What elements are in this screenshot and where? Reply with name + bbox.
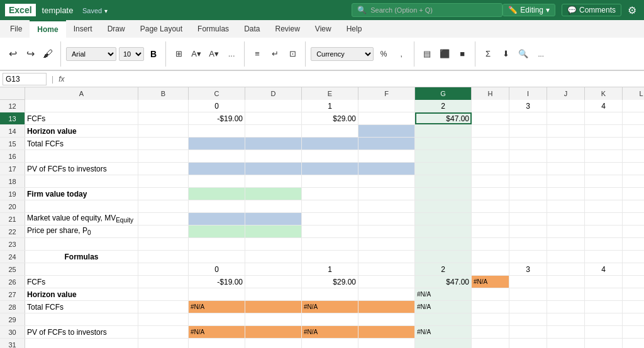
- cell-E20[interactable]: [302, 200, 358, 212]
- cell-I26[interactable]: [509, 276, 547, 288]
- cell-G15[interactable]: [415, 138, 472, 150]
- tab-formulas[interactable]: Formulas: [190, 20, 236, 38]
- cell-B24[interactable]: [138, 251, 189, 263]
- cell-G17[interactable]: [415, 163, 472, 175]
- wrap-button[interactable]: ↵: [267, 40, 282, 68]
- cell-H24[interactable]: [472, 251, 509, 263]
- col-header-K[interactable]: K: [585, 87, 623, 100]
- col-header-D[interactable]: D: [245, 87, 302, 100]
- font-color-button[interactable]: A▾: [206, 40, 221, 68]
- cell-H25[interactable]: [472, 263, 509, 275]
- cell-I31[interactable]: [509, 339, 547, 348]
- tab-review[interactable]: Review: [267, 20, 307, 38]
- cell-C21[interactable]: [189, 213, 245, 225]
- col-header-E[interactable]: E: [302, 87, 358, 100]
- cell-B31[interactable]: [138, 339, 189, 348]
- cell-J28[interactable]: [547, 301, 585, 313]
- styles-button[interactable]: ■: [455, 40, 470, 68]
- cell-G13[interactable]: $47.00: [415, 112, 472, 124]
- cell-A27[interactable]: Horizon value: [25, 288, 138, 300]
- cell-E19[interactable]: [302, 188, 358, 200]
- cell-E23[interactable]: [302, 238, 358, 250]
- cell-H30[interactable]: [472, 326, 509, 338]
- cell-B25[interactable]: [138, 263, 189, 275]
- cell-L17[interactable]: [623, 163, 644, 175]
- cell-A14[interactable]: Horizon value: [25, 125, 138, 137]
- cell-J13[interactable]: [547, 112, 585, 124]
- cell-H12[interactable]: [472, 100, 509, 112]
- fill-button[interactable]: ⬇: [498, 40, 513, 68]
- cell-reference-input[interactable]: [3, 73, 47, 85]
- cell-K21[interactable]: [585, 213, 623, 225]
- cell-E12[interactable]: 1: [302, 100, 358, 112]
- cell-F12[interactable]: [358, 100, 415, 112]
- cell-G24[interactable]: [415, 251, 472, 263]
- col-header-J[interactable]: J: [547, 87, 585, 100]
- fill-color-button[interactable]: A▾: [189, 40, 204, 68]
- cell-A29[interactable]: [25, 313, 138, 325]
- cell-A17[interactable]: PV of FCFs to investors: [25, 163, 138, 175]
- cell-A23[interactable]: [25, 238, 138, 250]
- cell-H29[interactable]: [472, 313, 509, 325]
- cell-I15[interactable]: [509, 138, 547, 150]
- cell-J18[interactable]: [547, 175, 585, 187]
- cell-C17[interactable]: [189, 163, 245, 175]
- cell-L29[interactable]: [623, 313, 644, 325]
- cell-L16[interactable]: [623, 150, 644, 162]
- cell-H17[interactable]: [472, 163, 509, 175]
- editing-button[interactable]: ✏️ Editing ▾: [502, 4, 555, 16]
- cell-I30[interactable]: [509, 326, 547, 338]
- cell-C25[interactable]: 0: [189, 263, 245, 275]
- cell-K31[interactable]: [585, 339, 623, 348]
- cell-I13[interactable]: [509, 112, 547, 124]
- borders-button[interactable]: ⊞: [171, 40, 186, 68]
- cell-F13[interactable]: [358, 112, 415, 124]
- cell-E13[interactable]: $29.00: [302, 112, 358, 124]
- cell-A30[interactable]: PV of FCFs to investors: [25, 326, 138, 338]
- col-header-A[interactable]: A: [25, 87, 138, 100]
- undo-button[interactable]: ↩: [5, 40, 20, 68]
- cell-L28[interactable]: [623, 301, 644, 313]
- cell-E17[interactable]: [302, 163, 358, 175]
- cell-I22[interactable]: [509, 226, 547, 237]
- cell-C14[interactable]: [189, 125, 245, 137]
- cell-G22[interactable]: [415, 226, 472, 237]
- cell-C28[interactable]: #N/A: [189, 301, 245, 313]
- cell-A26[interactable]: FCFs: [25, 276, 138, 288]
- cell-G30[interactable]: #N/A: [415, 326, 472, 338]
- cell-J29[interactable]: [547, 313, 585, 325]
- cell-B22[interactable]: [138, 226, 189, 237]
- cell-G12[interactable]: 2: [415, 100, 472, 112]
- cell-K14[interactable]: [585, 125, 623, 137]
- cell-H18[interactable]: [472, 175, 509, 187]
- ribbon-more-button[interactable]: ...: [533, 40, 548, 68]
- cell-B26[interactable]: [138, 276, 189, 288]
- cell-C30[interactable]: #N/A: [189, 326, 245, 338]
- cell-F23[interactable]: [358, 238, 415, 250]
- cell-E16[interactable]: [302, 150, 358, 162]
- cell-E30[interactable]: #N/A: [302, 326, 358, 338]
- cell-C22[interactable]: [189, 226, 245, 237]
- cell-H16[interactable]: [472, 150, 509, 162]
- cell-L27[interactable]: [623, 288, 644, 300]
- cell-K25[interactable]: 4: [585, 263, 623, 275]
- cell-H22[interactable]: [472, 226, 509, 237]
- cell-F22[interactable]: [358, 226, 415, 237]
- cell-B19[interactable]: [138, 188, 189, 200]
- tab-page-layout[interactable]: Page Layout: [133, 20, 190, 38]
- cell-I14[interactable]: [509, 125, 547, 137]
- cell-A19[interactable]: Firm value today: [25, 188, 138, 200]
- cell-H19[interactable]: [472, 188, 509, 200]
- cell-G26[interactable]: $47.00: [415, 276, 472, 288]
- cell-L30[interactable]: [623, 326, 644, 338]
- cell-K29[interactable]: [585, 313, 623, 325]
- cell-G28[interactable]: #N/A: [415, 301, 472, 313]
- cell-J22[interactable]: [547, 226, 585, 237]
- cell-C13[interactable]: -$19.00: [189, 112, 245, 124]
- align-button[interactable]: ≡: [250, 40, 265, 68]
- cell-I17[interactable]: [509, 163, 547, 175]
- comments-button[interactable]: 💬 Comments: [562, 4, 621, 16]
- cell-L13[interactable]: [623, 112, 644, 124]
- cell-F14[interactable]: [358, 125, 415, 137]
- cell-B21[interactable]: [138, 213, 189, 225]
